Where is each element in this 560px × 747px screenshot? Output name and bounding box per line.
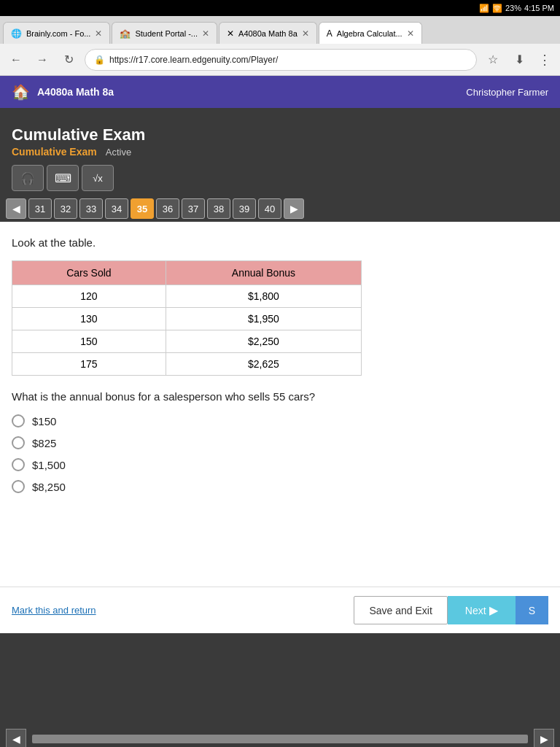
question-num-36[interactable]: 36	[156, 198, 179, 219]
mark-return-link[interactable]: Mark this and return	[12, 605, 96, 616]
formula-icon: √x	[93, 173, 103, 184]
status-icons: 📶 🛜 23% 4:15 PM	[479, 4, 554, 13]
status-bar: 📶 🛜 23% 4:15 PM	[0, 0, 560, 16]
exam-subtitle: Cumulative Exam	[12, 146, 97, 158]
exam-status: Active	[106, 147, 131, 158]
next-arrow-icon: ▶	[489, 603, 498, 617]
tab-student-portal[interactable]: 🏫 Student Portal -... ✕	[112, 22, 217, 44]
answer-option-a: $150	[12, 414, 548, 427]
tab-favicon-algebra: A	[327, 28, 332, 39]
answer-label-d: $8,250	[32, 481, 66, 493]
answer-option-b: $825	[12, 436, 548, 449]
data-table: Cars Sold Annual Bonus 120 $1,800 130 $1…	[12, 260, 362, 376]
tab-math[interactable]: ✕ A4080a Math 8a ✕	[219, 22, 317, 44]
tab-label-student: Student Portal -...	[135, 29, 198, 38]
footer-area	[0, 633, 560, 721]
question-num-37[interactable]: 37	[182, 198, 205, 219]
tab-close-algebra[interactable]: ✕	[407, 28, 414, 39]
answer-option-d: $8,250	[12, 480, 548, 493]
content-area: Cumulative Exam Cumulative Exam Active 🎧…	[0, 108, 560, 721]
audio-tool-button[interactable]: 🎧	[12, 165, 44, 191]
answer-option-c: $1,500	[12, 458, 548, 471]
scroll-track[interactable]	[32, 735, 528, 743]
toolbar: 🎧 ⌨ √x	[0, 160, 560, 196]
table-header-bonus: Annual Bonus	[166, 261, 361, 285]
home-icon[interactable]: 🏠	[12, 83, 30, 101]
table-cell-cars-2: 130	[12, 308, 166, 330]
question-nav: ◀ 31 32 33 34 35 36 37 38 39 40 ▶	[0, 196, 560, 222]
skip-icon: S	[529, 605, 535, 616]
question-prompt: Look at the table.	[12, 236, 548, 249]
table-cell-cars-1: 120	[12, 285, 166, 308]
lock-icon: 🔒	[94, 55, 105, 65]
user-name: Christopher Farmer	[466, 87, 548, 98]
reload-button[interactable]: ↻	[58, 50, 79, 70]
download-button[interactable]: ⬇	[509, 50, 529, 70]
tab-favicon-brainly: 🌐	[11, 28, 22, 39]
bottom-buttons: Save and Exit Next ▶ S	[354, 596, 548, 624]
radio-d[interactable]	[12, 480, 25, 493]
question-num-39[interactable]: 39	[233, 198, 256, 219]
question-num-34[interactable]: 34	[105, 198, 128, 219]
table-cell-cars-4: 175	[12, 353, 166, 376]
tab-close-math[interactable]: ✕	[302, 28, 309, 39]
tab-favicon-student: 🏫	[120, 28, 131, 39]
app-header: 🏠 A4080a Math 8a Christopher Farmer	[0, 76, 560, 108]
tab-close-student[interactable]: ✕	[202, 28, 209, 39]
back-button[interactable]: ←	[6, 50, 26, 70]
page-footer: ◀ ▶	[0, 721, 560, 747]
prev-question-button[interactable]: ◀	[6, 198, 26, 219]
wifi-icon: 🛜	[492, 4, 502, 13]
next-button[interactable]: Next ▶	[448, 596, 516, 624]
radio-c[interactable]	[12, 458, 25, 471]
table-cell-cars-3: 150	[12, 330, 166, 353]
app-header-left: 🏠 A4080a Math 8a	[12, 83, 114, 101]
next-button-label: Next	[465, 605, 486, 616]
bookmark-button[interactable]: ☆	[483, 50, 503, 70]
tab-close-brainly[interactable]: ✕	[95, 28, 102, 39]
url-text: https://r17.core.learn.edgenuity.com/Pla…	[109, 55, 467, 65]
time-display: 4:15 PM	[524, 4, 554, 12]
answer-label-c: $1,500	[32, 459, 66, 471]
answer-label-b: $825	[32, 437, 56, 449]
tab-favicon-math: ✕	[227, 28, 234, 39]
skip-button[interactable]: S	[516, 596, 548, 624]
battery-text: 23%	[505, 4, 521, 12]
scroll-left-button[interactable]: ◀	[6, 729, 26, 747]
tab-brainly[interactable]: 🌐 Brainly.com - Fo... ✕	[3, 22, 110, 44]
headphones-icon: 🎧	[20, 171, 35, 185]
calculator-tool-button[interactable]: ⌨	[47, 165, 79, 191]
tab-label-algebra: Algebra Calculat...	[337, 29, 402, 38]
tab-algebra[interactable]: A Algebra Calculat... ✕	[319, 22, 422, 44]
formula-tool-button[interactable]: √x	[82, 165, 114, 191]
signal-icon: 📶	[479, 4, 489, 13]
url-bar[interactable]: 🔒 https://r17.core.learn.edgenuity.com/P…	[85, 49, 477, 71]
question-num-38[interactable]: 38	[207, 198, 230, 219]
table-row: 130 $1,950	[12, 308, 362, 330]
radio-a[interactable]	[12, 414, 25, 427]
question-num-35[interactable]: 35	[131, 198, 154, 219]
question-num-33[interactable]: 33	[79, 198, 103, 219]
scroll-right-button[interactable]: ▶	[534, 729, 554, 747]
table-header-cars: Cars Sold	[12, 261, 166, 285]
table-cell-bonus-1: $1,800	[166, 285, 361, 308]
table-row: 120 $1,800	[12, 285, 362, 308]
save-exit-button[interactable]: Save and Exit	[354, 596, 447, 624]
table-row: 150 $2,250	[12, 330, 362, 353]
next-question-button[interactable]: ▶	[284, 198, 304, 219]
question-num-31[interactable]: 31	[28, 198, 52, 219]
answer-label-a: $150	[32, 415, 56, 427]
question-num-40[interactable]: 40	[258, 198, 281, 219]
forward-button[interactable]: →	[32, 50, 52, 70]
exam-header: Cumulative Exam Cumulative Exam Active	[0, 120, 560, 160]
table-cell-bonus-2: $1,950	[166, 308, 361, 330]
question-num-32[interactable]: 32	[54, 198, 77, 219]
sub-question-text: What is the annual bonus for a salespers…	[12, 390, 548, 403]
tab-label-brainly: Brainly.com - Fo...	[26, 29, 90, 38]
browser-menu-button[interactable]: ⋮	[535, 52, 554, 68]
table-cell-bonus-4: $2,625	[166, 353, 361, 376]
radio-b[interactable]	[12, 436, 25, 449]
exam-title: Cumulative Exam	[12, 125, 548, 144]
browser-bar: ← → ↻ 🔒 https://r17.core.learn.edgenuity…	[0, 44, 560, 76]
app-title: A4080a Math 8a	[37, 86, 114, 98]
